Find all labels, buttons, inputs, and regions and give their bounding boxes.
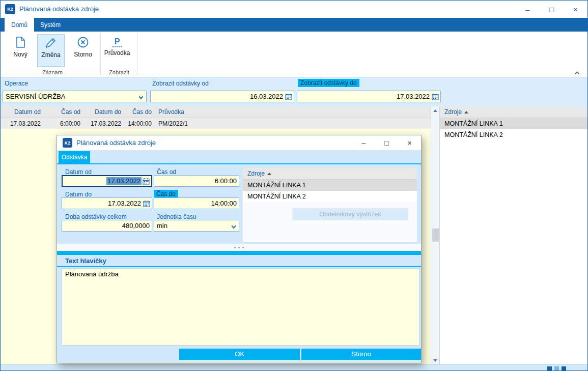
storno-button[interactable]: Storno <box>301 349 421 360</box>
storno-ribbon-button[interactable]: Storno <box>69 34 97 67</box>
datum-od-field[interactable]: 17.03.2022 <box>62 175 152 187</box>
sort-ascending-icon <box>464 111 468 113</box>
pencil-icon <box>44 36 58 49</box>
dialog-tabrow: Odstávka <box>57 150 421 164</box>
zdroje-panel: Zdroje MONTÁŽNÍ LINKA 1 MONTÁŽNÍ LINKA 2 <box>439 106 588 364</box>
cas-od-field[interactable]: 6:00:00 <box>154 175 239 187</box>
novy-button[interactable]: Nový <box>7 34 34 67</box>
ribbon-tabbar: Domů Systém <box>1 18 587 32</box>
list-item[interactable]: MONTÁŽNÍ LINKA 2 <box>440 129 588 140</box>
ribbon: Nový Změna Storno P Průvodka Záznam Zobr… <box>1 32 587 77</box>
column-header-pruvodka[interactable]: Průvodka <box>156 106 222 118</box>
collapse-ribbon-button[interactable] <box>573 69 580 76</box>
vertical-scrollbar[interactable] <box>431 106 439 364</box>
k2-app-icon: K2 <box>63 138 72 148</box>
calendar-icon[interactable] <box>285 93 292 100</box>
pruvodka-button[interactable]: P Průvodka <box>103 34 131 67</box>
column-header-cas-od[interactable]: Čas od <box>43 106 83 118</box>
splitter-dot <box>242 247 244 248</box>
odstavky-do-datefield[interactable]: 17.03.2022 <box>297 91 441 102</box>
sort-ascending-icon <box>267 173 271 175</box>
zdroje-header-label: Zdroje <box>444 108 462 116</box>
text-hlavicky-label: Text hlavičky <box>65 257 106 265</box>
triangle-up-icon <box>433 109 437 112</box>
scroll-up-button[interactable] <box>431 106 439 115</box>
grid-header: Datum od Čas od Datum do Čas do Průvodka <box>1 106 431 118</box>
dialog-maximize-button[interactable]: □ <box>375 135 398 150</box>
operace-combobox[interactable]: SERVISNÍ ÚDRŽBA <box>3 91 147 102</box>
minimize-button[interactable]: – <box>516 1 540 18</box>
dropdown-icon[interactable] <box>229 220 239 231</box>
list-item[interactable]: MONTÁŽNÍ LINKA 1 <box>440 118 588 129</box>
list-item[interactable]: MONTÁŽNÍ LINKA 2 <box>243 191 417 202</box>
calendar-icon[interactable] <box>143 178 150 185</box>
grid-row[interactable]: 17.03.2022 6:00:00 17.03.2022 14:00:00 P… <box>1 118 431 129</box>
doba-odstavky-label: Doba odstávky celkem <box>65 213 127 220</box>
dialog-minimize-button[interactable]: – <box>352 135 375 150</box>
text-hlavicky-textarea[interactable]: Plánovaná údržba <box>62 268 419 346</box>
operace-value: SERVISNÍ ÚDRŽBA <box>3 93 136 100</box>
odstavky-do-label: Zobrazit odstávky do <box>298 79 359 87</box>
jednotka-casu-combobox[interactable]: min <box>154 220 239 232</box>
ok-button[interactable]: OK <box>179 349 300 360</box>
datum-do-field[interactable]: 17.03.2022 <box>62 197 152 209</box>
section-divider-bar <box>57 251 421 255</box>
zmena-label: Změna <box>41 51 60 59</box>
splitter-handle[interactable] <box>57 244 421 251</box>
column-header-datum-do[interactable]: Datum do <box>83 106 124 118</box>
cell-cas-od: 6:00:00 <box>43 118 83 129</box>
doba-odstavky-field[interactable]: 480,0000 <box>62 220 152 232</box>
tab-odstavka[interactable]: Odstávka <box>59 151 90 163</box>
dialog-close-button[interactable]: × <box>398 135 421 150</box>
scrollbar-thumb[interactable] <box>432 229 439 242</box>
column-header-cas-do[interactable]: Čas do <box>124 106 154 118</box>
list-item[interactable]: MONTÁŽNÍ LINKA 1 <box>243 180 417 191</box>
dialog-button-bar: OK Storno <box>57 347 421 363</box>
operace-label: Operace <box>5 80 28 87</box>
odstavka-dialog: K2 Plánovaná odstávka zdroje – □ × Odstá… <box>57 135 422 363</box>
dialog-zdroje-list: Zdroje MONTÁŽNÍ LINKA 1 MONTÁŽNÍ LINKA 2… <box>242 167 417 242</box>
cell-cas-do: 14:00:00 <box>124 118 154 129</box>
scroll-down-button[interactable] <box>431 356 439 364</box>
dropdown-icon[interactable] <box>136 91 146 102</box>
new-document-icon <box>14 36 27 49</box>
calendar-icon[interactable] <box>143 200 150 207</box>
dialog-title: Plánovaná odstávka zdroje <box>76 139 156 147</box>
status-indicator-icon <box>562 366 566 370</box>
close-button[interactable]: × <box>564 1 587 18</box>
odstavky-od-datefield[interactable]: 16.03.2022 <box>150 91 294 102</box>
cas-do-label: Čas do <box>154 190 178 198</box>
datum-od-value: 17.03.2022 <box>106 177 142 185</box>
zdroje-header-label: Zdroje <box>247 170 265 177</box>
snip-overlay-button[interactable]: Obdélníkový výstřižek <box>292 208 408 220</box>
zdroje-column-header[interactable]: Zdroje <box>440 106 588 118</box>
status-indicator-icon <box>554 366 559 370</box>
datum-do-value: 17.03.2022 <box>62 199 143 207</box>
datum-od-label: Datum od <box>65 168 92 176</box>
text-hlavicky-header: Text hlavičky <box>57 255 421 266</box>
chevron-up-icon <box>574 71 579 76</box>
dialog-form: Datum od Čas od Datum do Čas do Doba ods… <box>57 164 421 244</box>
column-header-datum-od[interactable]: Datum od <box>1 106 43 118</box>
maximize-button[interactable]: □ <box>540 1 564 18</box>
cas-do-field[interactable]: 14:00:00 <box>154 197 239 209</box>
splitter-dot <box>234 247 236 248</box>
k2-app-icon: K2 <box>5 4 15 14</box>
zdroje-column-header[interactable]: Zdroje <box>243 168 417 180</box>
novy-label: Nový <box>13 51 27 58</box>
status-indicator-icon <box>547 366 552 370</box>
pruvodka-icon: P <box>113 37 122 47</box>
storno-ribbon-label: Storno <box>74 51 92 58</box>
zmena-button[interactable]: Změna <box>37 34 65 67</box>
cell-datum-do: 17.03.2022 <box>83 118 124 129</box>
tab-domu[interactable]: Domů <box>5 18 34 32</box>
text-hlavicky-section: Plánovaná údržba <box>57 267 421 347</box>
dialog-titlebar: K2 Plánovaná odstávka zdroje – □ × <box>57 135 421 150</box>
calendar-icon[interactable] <box>432 93 439 100</box>
odstavky-do-value: 17.03.2022 <box>297 93 432 100</box>
main-titlebar: K2 Plánovaná odstávka zdroje – □ × <box>1 1 587 18</box>
tab-system[interactable]: Systém <box>34 18 67 32</box>
main-window-controls: – □ × <box>516 1 587 18</box>
cas-od-label: Čas od <box>157 168 176 176</box>
dialog-window-controls: – □ × <box>352 135 421 150</box>
